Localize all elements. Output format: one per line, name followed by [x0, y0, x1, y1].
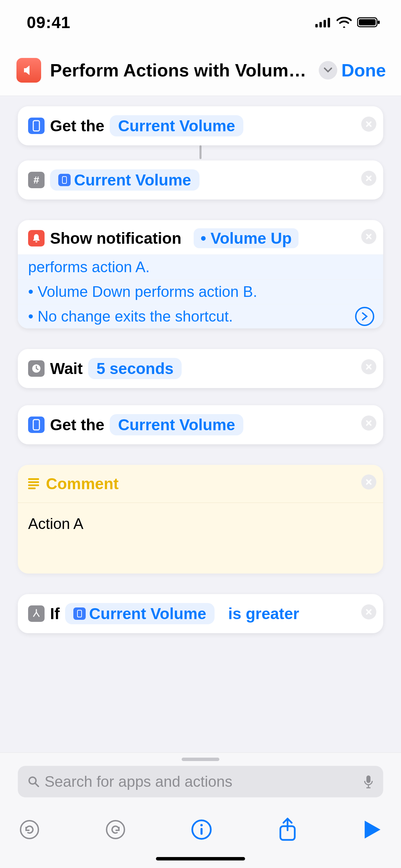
home-indicator[interactable] — [156, 857, 245, 860]
delete-action-button[interactable] — [361, 171, 376, 186]
notification-line-1[interactable]: performs action A. — [18, 254, 383, 279]
action-get-volume-2[interactable]: Get the Current Volume — [18, 405, 383, 444]
status-bar: 09:41 — [0, 0, 401, 45]
svg-rect-0 — [315, 24, 318, 27]
search-placeholder: Search for apps and actions — [45, 773, 363, 790]
speaker-icon — [23, 64, 35, 76]
search-icon — [27, 775, 40, 788]
title-menu-button[interactable] — [319, 61, 337, 80]
action-get-volume-1[interactable]: Get the Current Volume — [18, 106, 383, 145]
notification-icon — [28, 230, 45, 246]
info-button[interactable] — [191, 819, 212, 840]
close-icon — [365, 233, 372, 240]
svg-rect-7 — [33, 121, 39, 131]
svg-rect-18 — [200, 828, 203, 835]
token-if-condition[interactable]: is greater — [220, 603, 307, 624]
comment-body[interactable]: Action A — [18, 503, 383, 574]
comment-icon — [28, 478, 39, 489]
action-comment[interactable]: Comment Action A — [18, 465, 383, 574]
panel-grabber[interactable] — [182, 758, 219, 761]
action-label: If — [50, 604, 60, 623]
svg-rect-10 — [33, 420, 39, 430]
notification-line-3[interactable]: • No change exits the shortcut. — [18, 304, 383, 328]
connector-line — [199, 145, 202, 159]
undo-button[interactable] — [19, 819, 40, 840]
action-label: Wait — [50, 359, 83, 378]
action-number[interactable]: # Current Volume — [18, 160, 383, 200]
delete-action-button[interactable] — [361, 415, 376, 431]
wifi-icon — [337, 17, 352, 28]
bottom-panel: Search for apps and actions — [0, 752, 401, 868]
token-duration[interactable]: 5 seconds — [88, 358, 182, 379]
dictation-icon[interactable] — [363, 774, 374, 789]
done-button[interactable]: Done — [341, 60, 386, 81]
svg-rect-3 — [328, 18, 330, 27]
svg-rect-13 — [366, 775, 370, 783]
status-indicators — [315, 17, 380, 28]
token-current-volume-variable[interactable]: Current Volume — [50, 169, 199, 191]
action-if[interactable]: If Current Volume is greater — [18, 594, 383, 633]
redo-button[interactable] — [105, 819, 126, 840]
toolbar — [0, 802, 401, 857]
action-label: Show notification — [50, 229, 181, 248]
expand-notification-button[interactable] — [355, 307, 374, 326]
status-time: 09:41 — [27, 13, 71, 32]
notification-text-token[interactable]: • Volume Up — [194, 228, 299, 248]
device-details-icon — [28, 417, 45, 433]
chevron-right-icon — [361, 312, 368, 321]
token-current-volume[interactable]: Current Volume — [110, 414, 243, 435]
close-icon — [365, 420, 372, 426]
delete-action-button[interactable] — [361, 604, 376, 619]
svg-rect-1 — [319, 22, 322, 27]
close-icon — [365, 175, 372, 182]
svg-rect-11 — [77, 610, 82, 617]
notification-line-2[interactable]: • Volume Down performs action B. — [18, 279, 383, 304]
device-details-icon — [28, 118, 45, 134]
battery-icon — [357, 17, 380, 28]
token-current-volume[interactable]: Current Volume — [110, 115, 243, 136]
svg-point-17 — [200, 824, 203, 827]
header: Perform Actions with Volume Buttons Done — [0, 45, 401, 96]
clock-icon — [28, 360, 45, 377]
action-show-notification[interactable]: Show notification • Volume Up performs a… — [18, 220, 383, 328]
shortcut-icon[interactable] — [16, 58, 41, 83]
token-if-variable[interactable]: Current Volume — [65, 603, 215, 624]
close-icon — [365, 608, 372, 615]
delete-action-button[interactable] — [361, 474, 376, 490]
action-label: Get the — [50, 415, 104, 434]
svg-rect-5 — [359, 19, 376, 25]
delete-action-button[interactable] — [361, 117, 376, 132]
device-variable-icon — [73, 607, 86, 620]
close-icon — [365, 479, 372, 485]
run-button[interactable] — [363, 819, 382, 840]
delete-action-button[interactable] — [361, 359, 376, 374]
number-icon: # — [28, 172, 45, 188]
branch-icon — [28, 605, 45, 622]
svg-rect-8 — [62, 177, 66, 183]
search-input[interactable]: Search for apps and actions — [18, 766, 383, 797]
delete-action-button[interactable] — [361, 229, 376, 244]
svg-rect-2 — [324, 20, 326, 27]
page-title[interactable]: Perform Actions with Volume Buttons — [50, 60, 314, 81]
chevron-down-icon — [324, 68, 332, 73]
close-icon — [365, 363, 372, 370]
close-icon — [365, 121, 372, 128]
device-variable-icon — [58, 174, 71, 186]
share-button[interactable] — [278, 817, 297, 842]
svg-rect-6 — [378, 21, 380, 24]
actions-list[interactable]: Get the Current Volume # Current Volume — [0, 96, 401, 752]
action-label: Get the — [50, 117, 104, 135]
comment-label: Comment — [46, 474, 119, 493]
cellular-icon — [315, 17, 331, 27]
action-wait[interactable]: Wait 5 seconds — [18, 349, 383, 388]
